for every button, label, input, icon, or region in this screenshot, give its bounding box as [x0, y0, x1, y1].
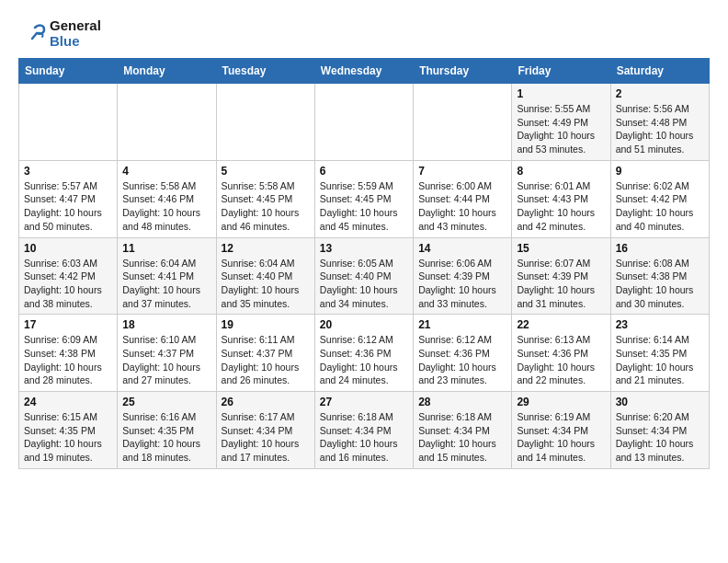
day-number: 6: [320, 165, 408, 178]
day-info: Sunrise: 5:58 AM Sunset: 4:46 PM Dayligh…: [122, 179, 210, 234]
logo-line2: Blue: [50, 34, 101, 50]
day-number: 2: [616, 87, 704, 100]
day-info: Sunrise: 6:10 AM Sunset: 4:37 PM Dayligh…: [122, 333, 210, 387]
calendar-cell: 16Sunrise: 6:08 AM Sunset: 4:38 PM Dayli…: [610, 237, 709, 315]
calendar-week-row: 17Sunrise: 6:09 AM Sunset: 4:38 PM Dayli…: [19, 315, 710, 392]
calendar-cell: 20Sunrise: 6:12 AM Sunset: 4:36 PM Dayli…: [314, 315, 413, 392]
day-info: Sunrise: 6:17 AM Sunset: 4:34 PM Dayligh…: [222, 410, 310, 465]
day-number: 28: [418, 396, 506, 408]
day-info: Sunrise: 6:05 AM Sunset: 4:40 PM Dayligh…: [320, 257, 408, 311]
day-number: 23: [616, 318, 704, 331]
column-header-monday: Monday: [118, 59, 216, 84]
day-number: 18: [122, 318, 210, 331]
day-info: Sunrise: 5:58 AM Sunset: 4:45 PM Dayligh…: [222, 179, 310, 234]
day-number: 19: [222, 318, 310, 331]
day-number: 25: [122, 396, 210, 408]
day-number: 14: [418, 242, 506, 255]
column-header-saturday: Saturday: [610, 59, 709, 84]
calendar-week-row: 24Sunrise: 6:15 AM Sunset: 4:35 PM Dayli…: [19, 392, 710, 469]
column-header-wednesday: Wednesday: [314, 59, 413, 84]
day-info: Sunrise: 5:55 AM Sunset: 4:49 PM Dayligh…: [517, 102, 605, 156]
day-info: Sunrise: 6:15 AM Sunset: 4:35 PM Dayligh…: [24, 410, 112, 465]
calendar-header-row: SundayMondayTuesdayWednesdayThursdayFrid…: [19, 59, 710, 84]
calendar-cell: 25Sunrise: 6:16 AM Sunset: 4:35 PM Dayli…: [118, 392, 216, 469]
day-number: 16: [616, 242, 704, 255]
calendar-cell: 28Sunrise: 6:18 AM Sunset: 4:34 PM Dayli…: [414, 392, 512, 469]
calendar-cell: 27Sunrise: 6:18 AM Sunset: 4:34 PM Dayli…: [314, 392, 413, 469]
day-number: 30: [616, 396, 704, 408]
calendar-cell: 29Sunrise: 6:19 AM Sunset: 4:34 PM Dayli…: [512, 392, 610, 469]
day-number: 12: [222, 242, 310, 255]
logo-bird-icon: [18, 20, 46, 48]
logo-container: General Blue: [18, 18, 101, 49]
calendar-cell: 7Sunrise: 6:00 AM Sunset: 4:44 PM Daylig…: [414, 160, 512, 237]
day-info: Sunrise: 6:18 AM Sunset: 4:34 PM Dayligh…: [418, 410, 506, 465]
calendar-cell: [314, 84, 413, 161]
day-number: 9: [616, 165, 704, 178]
day-info: Sunrise: 6:09 AM Sunset: 4:38 PM Dayligh…: [24, 333, 112, 387]
day-number: 26: [222, 396, 310, 408]
calendar-cell: 26Sunrise: 6:17 AM Sunset: 4:34 PM Dayli…: [216, 392, 314, 469]
calendar-cell: 19Sunrise: 6:11 AM Sunset: 4:37 PM Dayli…: [216, 315, 314, 392]
logo: General Blue: [18, 18, 101, 49]
calendar-cell: 6Sunrise: 5:59 AM Sunset: 4:45 PM Daylig…: [314, 160, 413, 237]
day-number: 27: [320, 396, 408, 408]
calendar-cell: 12Sunrise: 6:04 AM Sunset: 4:40 PM Dayli…: [216, 237, 314, 315]
day-info: Sunrise: 6:20 AM Sunset: 4:34 PM Dayligh…: [616, 410, 704, 465]
day-number: 24: [24, 396, 112, 408]
day-number: 5: [222, 165, 310, 178]
calendar-cell: 17Sunrise: 6:09 AM Sunset: 4:38 PM Dayli…: [19, 315, 118, 392]
day-info: Sunrise: 6:13 AM Sunset: 4:36 PM Dayligh…: [517, 333, 605, 387]
day-info: Sunrise: 6:04 AM Sunset: 4:40 PM Dayligh…: [222, 257, 310, 311]
day-number: 8: [517, 165, 605, 178]
day-number: 29: [517, 396, 605, 408]
calendar-table: SundayMondayTuesdayWednesdayThursdayFrid…: [18, 58, 710, 469]
calendar-cell: 10Sunrise: 6:03 AM Sunset: 4:42 PM Dayli…: [19, 237, 118, 315]
calendar-cell: 8Sunrise: 6:01 AM Sunset: 4:43 PM Daylig…: [512, 160, 610, 237]
day-info: Sunrise: 6:00 AM Sunset: 4:44 PM Dayligh…: [418, 179, 506, 234]
calendar-cell: 18Sunrise: 6:10 AM Sunset: 4:37 PM Dayli…: [118, 315, 216, 392]
day-info: Sunrise: 6:02 AM Sunset: 4:42 PM Dayligh…: [616, 179, 704, 234]
logo-line1: General: [50, 18, 101, 34]
day-number: 13: [320, 242, 408, 255]
column-header-friday: Friday: [512, 59, 610, 84]
day-info: Sunrise: 5:56 AM Sunset: 4:48 PM Dayligh…: [616, 102, 704, 156]
calendar-cell: 3Sunrise: 5:57 AM Sunset: 4:47 PM Daylig…: [19, 160, 118, 237]
calendar-cell: 21Sunrise: 6:12 AM Sunset: 4:36 PM Dayli…: [414, 315, 512, 392]
page-header: General Blue: [18, 18, 710, 49]
calendar-cell: 13Sunrise: 6:05 AM Sunset: 4:40 PM Dayli…: [314, 237, 413, 315]
day-number: 11: [122, 242, 210, 255]
day-info: Sunrise: 6:12 AM Sunset: 4:36 PM Dayligh…: [418, 333, 506, 387]
day-info: Sunrise: 5:59 AM Sunset: 4:45 PM Dayligh…: [320, 179, 408, 234]
column-header-thursday: Thursday: [414, 59, 512, 84]
calendar-cell: [414, 84, 512, 161]
day-number: 10: [24, 242, 112, 255]
column-header-sunday: Sunday: [19, 59, 118, 84]
calendar-week-row: 10Sunrise: 6:03 AM Sunset: 4:42 PM Dayli…: [19, 237, 710, 315]
day-info: Sunrise: 6:03 AM Sunset: 4:42 PM Dayligh…: [24, 257, 112, 311]
calendar-cell: 15Sunrise: 6:07 AM Sunset: 4:39 PM Dayli…: [512, 237, 610, 315]
day-info: Sunrise: 6:14 AM Sunset: 4:35 PM Dayligh…: [616, 333, 704, 387]
day-info: Sunrise: 6:06 AM Sunset: 4:39 PM Dayligh…: [418, 257, 506, 311]
day-number: 4: [122, 165, 210, 178]
day-number: 20: [320, 318, 408, 331]
day-number: 1: [517, 87, 605, 100]
calendar-cell: [19, 84, 118, 161]
calendar-cell: 14Sunrise: 6:06 AM Sunset: 4:39 PM Dayli…: [414, 237, 512, 315]
calendar-cell: [118, 84, 216, 161]
day-info: Sunrise: 6:04 AM Sunset: 4:41 PM Dayligh…: [122, 257, 210, 311]
day-number: 15: [517, 242, 605, 255]
calendar-cell: 30Sunrise: 6:20 AM Sunset: 4:34 PM Dayli…: [610, 392, 709, 469]
day-info: Sunrise: 6:08 AM Sunset: 4:38 PM Dayligh…: [616, 257, 704, 311]
day-info: Sunrise: 6:01 AM Sunset: 4:43 PM Dayligh…: [517, 179, 605, 234]
calendar-cell: 5Sunrise: 5:58 AM Sunset: 4:45 PM Daylig…: [216, 160, 314, 237]
day-info: Sunrise: 6:18 AM Sunset: 4:34 PM Dayligh…: [320, 410, 408, 465]
calendar-cell: 1Sunrise: 5:55 AM Sunset: 4:49 PM Daylig…: [512, 84, 610, 161]
day-info: Sunrise: 6:11 AM Sunset: 4:37 PM Dayligh…: [222, 333, 310, 387]
calendar-cell: 11Sunrise: 6:04 AM Sunset: 4:41 PM Dayli…: [118, 237, 216, 315]
calendar-cell: 9Sunrise: 6:02 AM Sunset: 4:42 PM Daylig…: [610, 160, 709, 237]
day-info: Sunrise: 5:57 AM Sunset: 4:47 PM Dayligh…: [24, 179, 112, 234]
column-header-tuesday: Tuesday: [216, 59, 314, 84]
day-number: 3: [24, 165, 112, 178]
day-info: Sunrise: 6:16 AM Sunset: 4:35 PM Dayligh…: [122, 410, 210, 465]
